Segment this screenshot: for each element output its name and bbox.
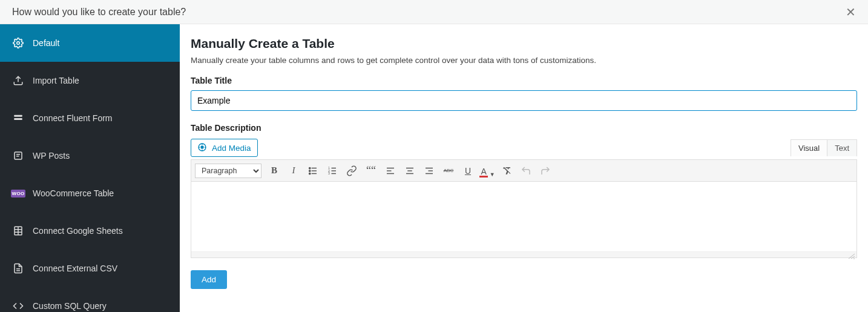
redo-icon[interactable] [539,164,552,178]
table-title-label: Table Title [191,76,857,85]
align-left-icon[interactable] [384,164,397,178]
svg-rect-3 [14,118,22,120]
editor-toolbar: Paragraph B I 123 ““ [191,160,856,182]
code-icon [12,300,24,312]
sidebar-item-sql-query[interactable]: Custom SQL Query [0,287,180,312]
sidebar-item-label: Default [33,38,59,48]
strikethrough-icon[interactable]: ABC [442,164,455,178]
sidebar-item-external-csv[interactable]: Connect External CSV [0,250,180,287]
svg-point-19 [309,170,311,171]
add-button[interactable]: Add [191,270,227,289]
sidebar-item-label: Connect External CSV [33,264,117,273]
svg-rect-2 [14,115,22,117]
tab-text[interactable]: Text [827,140,856,156]
wysiwyg-editor: Paragraph B I 123 ““ [191,159,857,258]
italic-icon[interactable]: I [287,164,300,178]
bullet-list-icon[interactable] [306,164,320,178]
woo-icon: WOO [12,187,24,199]
sidebar-item-wp-posts[interactable]: WP Posts [0,137,180,174]
media-icon [197,142,207,154]
undo-icon[interactable] [519,164,533,178]
sidebar-item-default[interactable]: Default [0,24,180,62]
form-icon [12,112,24,124]
main-panel: Manually Create a Table Manually create … [180,24,868,312]
svg-point-18 [309,167,311,168]
table-description-label: Table Description [191,123,857,133]
link-icon[interactable] [345,164,358,178]
text-color-icon[interactable]: A▼ [481,164,494,178]
format-select[interactable]: Paragraph [195,164,261,178]
gear-icon [12,37,24,49]
sidebar: Default Import Table Connect Fluent Form… [0,24,180,312]
body-wrap: Default Import Table Connect Fluent Form… [0,24,868,312]
add-media-button[interactable]: Add Media [191,139,258,157]
numbered-list-icon[interactable]: 123 [326,164,339,178]
page-subtitle: Manually create your table columns and r… [191,56,857,65]
svg-point-0 [17,42,20,45]
underline-icon[interactable]: U [461,164,475,178]
sidebar-item-import-table[interactable]: Import Table [0,62,180,99]
sidebar-item-label: Custom SQL Query [33,301,107,311]
sidebar-item-label: Connect Google Sheets [33,226,123,236]
description-editor[interactable] [191,182,856,250]
blockquote-icon[interactable]: ““ [364,164,378,178]
align-right-icon[interactable] [422,164,436,178]
page-title: Manually Create a Table [191,36,857,51]
editor-top-row: Add Media Visual Text [191,139,857,157]
sidebar-item-label: WooCommerce Table [33,188,114,198]
close-icon[interactable]: ✕ [846,4,856,21]
editor-tabs: Visual Text [791,139,857,156]
svg-point-14 [201,146,203,148]
bold-icon[interactable]: B [268,164,281,178]
svg-text:3: 3 [328,172,330,175]
sidebar-item-label: Connect Fluent Form [33,113,113,123]
sidebar-item-label: Import Table [33,76,79,85]
clear-format-icon[interactable] [500,164,513,178]
editor-resize-bar[interactable] [191,251,856,257]
sidebar-item-label: WP Posts [33,151,70,161]
svg-point-20 [309,173,311,174]
modal-title: How would you like to create your table? [12,7,186,18]
resize-grip-icon [848,251,855,257]
file-icon [12,262,24,274]
add-media-label: Add Media [212,144,251,153]
table-title-input[interactable] [191,90,857,111]
sidebar-item-google-sheets[interactable]: Connect Google Sheets [0,212,180,250]
modal-header: How would you like to create your table?… [0,0,868,24]
sidebar-item-fluent-form[interactable]: Connect Fluent Form [0,99,180,137]
sheet-icon [12,225,24,237]
posts-icon [12,150,24,162]
tab-visual[interactable]: Visual [791,140,827,156]
sidebar-item-woocommerce[interactable]: WOO WooCommerce Table [0,174,180,212]
align-center-icon[interactable] [403,164,416,178]
upload-icon [12,75,24,87]
